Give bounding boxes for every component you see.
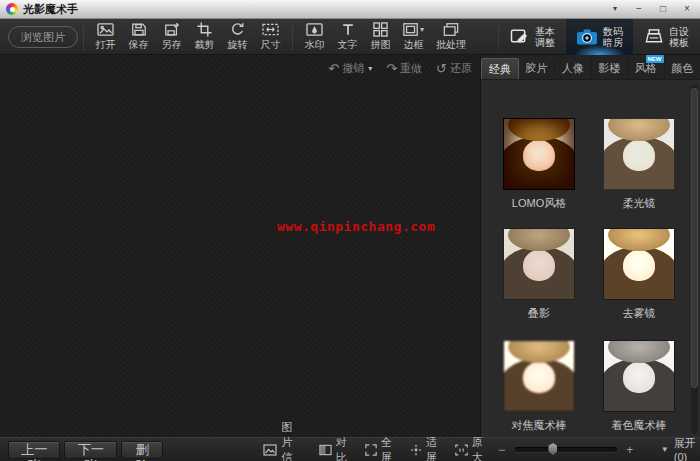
panel-scrollbar[interactable] — [691, 85, 698, 434]
crop-button[interactable]: 裁剪 — [188, 22, 221, 52]
open-button[interactable]: 打开 — [89, 22, 122, 52]
site-watermark: www.qinpinchang.com — [277, 219, 435, 234]
crop-icon — [197, 22, 212, 37]
app-logo-icon — [6, 3, 18, 15]
template-icon — [644, 28, 664, 45]
history-bar: ↶ 撤销 ▾ ↷ 重做 ↺ 还原 — [324, 58, 476, 78]
filter-grid: LOMO风格 柔光镜 叠影 去雾镜 对焦魔术棒 着色魔术棒 — [481, 80, 700, 437]
fit-screen-icon — [410, 444, 422, 456]
redo-button[interactable]: ↷ 重做 — [382, 61, 426, 76]
open-icon — [97, 22, 114, 37]
expand-filmstrip-button[interactable]: ▼ 展开 (0) — [661, 436, 700, 461]
save-button[interactable]: 保存 — [122, 22, 155, 52]
mode-custom-template[interactable]: 自设模板 — [633, 19, 700, 55]
tab-style[interactable]: 风格NEW — [628, 58, 665, 79]
maximize-button[interactable]: □ — [656, 2, 670, 16]
fit-screen-button[interactable]: 适屏 — [410, 435, 437, 461]
mode-digital-darkroom[interactable]: 数码暗房 — [566, 19, 633, 55]
resize-icon — [262, 22, 279, 37]
rotate-button[interactable]: 旋转 — [221, 22, 254, 52]
filter-thumbnail[interactable] — [603, 340, 675, 412]
compare-icon — [319, 444, 332, 456]
zoom-slider-thumb[interactable] — [548, 443, 557, 455]
filter-thumbnail[interactable] — [503, 118, 575, 190]
redo-icon: ↷ — [386, 61, 397, 76]
expand-caret-icon: ▼ — [661, 445, 669, 454]
collage-icon — [373, 22, 388, 37]
mode-basic-adjust[interactable]: 基本调整 — [499, 19, 566, 55]
compare-button[interactable]: 对比 — [319, 435, 347, 461]
undo-icon: ↶ — [328, 61, 339, 76]
window-title: 光影魔术手 — [23, 2, 78, 17]
filter-item-softlight[interactable]: 柔光镜 — [597, 118, 681, 211]
original-size-button[interactable]: 原大 — [455, 435, 483, 461]
browse-images-button[interactable]: 浏览图片 — [8, 26, 78, 48]
tab-studio[interactable]: 影楼 — [592, 58, 629, 79]
main-toolbar: 浏览图片 打开 保存 另存 裁剪 — [0, 19, 700, 55]
status-bar: 上一张 下一张 删除 图片信息 对比 全屏 — [0, 437, 700, 461]
filter-category-tabs: 经典 胶片 人像 影楼 风格NEW 颜色 — [481, 55, 700, 80]
border-button[interactable]: ▾ 边框 — [397, 22, 430, 52]
tab-color[interactable]: 颜色 — [665, 58, 700, 79]
zoom-out-button[interactable]: − — [497, 443, 507, 457]
image-info-icon — [263, 444, 277, 456]
collage-button[interactable]: 拼图 — [364, 22, 397, 52]
tab-portrait[interactable]: 人像 — [555, 58, 592, 79]
next-image-button[interactable]: 下一张 — [64, 441, 116, 459]
previous-image-button[interactable]: 上一张 — [8, 441, 60, 459]
tab-film[interactable]: 胶片 — [519, 58, 556, 79]
restore-icon: ↺ — [436, 61, 447, 76]
undo-dropdown-caret-icon[interactable]: ▾ — [368, 64, 372, 73]
tab-classic[interactable]: 经典 — [481, 58, 519, 79]
filter-thumbnail[interactable] — [603, 228, 675, 300]
fullscreen-button[interactable]: 全屏 — [365, 435, 392, 461]
filter-item-defog[interactable]: 去雾镜 — [597, 228, 681, 321]
original-size-icon — [455, 444, 468, 456]
rotate-icon — [230, 22, 245, 37]
darkroom-panel: 经典 胶片 人像 影楼 风格NEW 颜色 LOMO风格 柔光镜 叠影 去雾镜 — [481, 55, 700, 437]
delete-image-button[interactable]: 删除 — [121, 441, 163, 459]
text-icon — [341, 22, 355, 37]
save-as-icon — [164, 22, 180, 37]
watermark-button[interactable]: 水印 — [298, 22, 331, 52]
toolbar-separator — [292, 24, 293, 50]
image-canvas: ↶ 撤销 ▾ ↷ 重做 ↺ 还原 www.qinpinchang.com — [0, 55, 481, 437]
minimize-button[interactable]: − — [632, 2, 646, 16]
toolbar-separator — [83, 24, 84, 50]
mode-switcher: 基本调整 数码暗房 自设模板 — [498, 19, 700, 55]
undo-button[interactable]: ↶ 撤销 ▾ — [324, 61, 376, 76]
basic-adjust-icon — [510, 28, 530, 45]
title-bar: 光影魔术手 ▼ − □ × — [0, 0, 700, 19]
zoom-in-button[interactable]: + — [625, 443, 635, 457]
filter-item-lomo[interactable]: LOMO风格 — [497, 118, 581, 211]
restore-button[interactable]: ↺ 还原 — [432, 61, 476, 76]
zoom-slider[interactable] — [515, 447, 617, 452]
resize-button[interactable]: 尺寸 — [254, 22, 287, 52]
filter-thumbnail[interactable] — [503, 228, 575, 300]
app-window: 光影魔术手 ▼ − □ × 浏览图片 打开 保存 另存 — [0, 0, 700, 461]
skin-menu-button[interactable]: ▼ — [608, 2, 622, 16]
save-icon — [131, 22, 147, 37]
fullscreen-icon — [365, 444, 377, 456]
batch-button[interactable]: 批处理 — [430, 22, 472, 52]
close-button[interactable]: × — [680, 2, 694, 16]
border-icon — [403, 22, 419, 37]
save-as-button[interactable]: 另存 — [155, 22, 188, 52]
text-button[interactable]: 文字 — [331, 22, 364, 52]
image-info-button[interactable]: 图片信息 — [263, 420, 301, 461]
filter-thumbnail[interactable] — [603, 118, 675, 190]
filter-thumbnail[interactable] — [503, 340, 575, 412]
batch-icon — [443, 22, 459, 37]
scrollbar-thumb[interactable] — [691, 88, 698, 388]
camera-icon — [576, 28, 598, 46]
watermark-icon — [306, 22, 323, 37]
filter-item-overlay[interactable]: 叠影 — [497, 228, 581, 321]
zoom-control: − + — [497, 443, 635, 457]
filter-item-focus-wand[interactable]: 对焦魔术棒 — [497, 340, 581, 433]
border-dropdown-caret-icon[interactable]: ▾ — [420, 25, 424, 34]
new-badge: NEW — [646, 55, 664, 63]
filter-item-tint-wand[interactable]: 着色魔术棒 — [597, 340, 681, 433]
